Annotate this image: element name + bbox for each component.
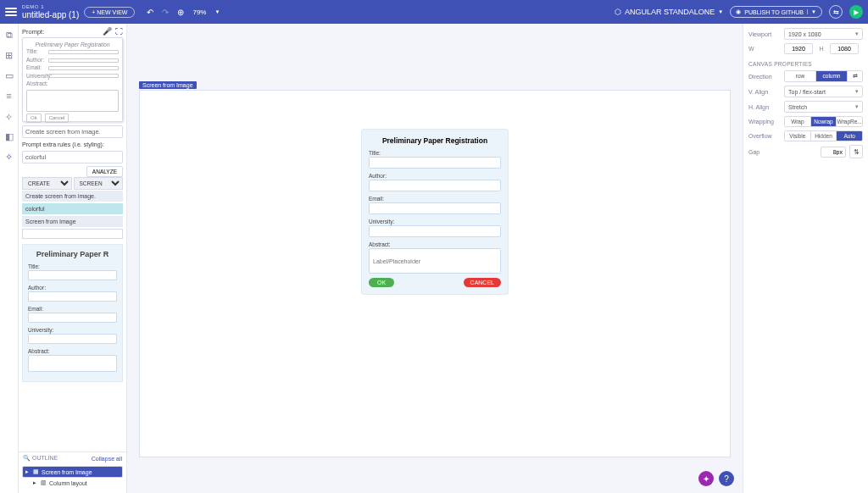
- email-input[interactable]: [369, 202, 501, 214]
- artboard-tag[interactable]: Screen from Image: [139, 81, 197, 89]
- ai-fab[interactable]: ✦: [698, 471, 714, 486]
- tree-node-child[interactable]: ▸▥Column layout: [31, 478, 123, 488]
- plugins-icon[interactable]: ◧: [3, 130, 15, 142]
- icon-rail: ⧉ ⊞ ▭ ≡ ⟡ ◧ ✧: [0, 24, 19, 493]
- properties-panel: Viewport 1920 x 1080▾ W H CANVAS PROPERT…: [743, 24, 868, 493]
- history-item[interactable]: Screen from Image: [22, 216, 123, 228]
- prompt-sketch[interactable]: Preliminary Paper Registration Title: Au…: [22, 37, 123, 122]
- w-input[interactable]: [784, 43, 813, 54]
- gap-input[interactable]: [821, 147, 846, 158]
- section-canvas-properties: CANVAS PROPERTIES: [748, 61, 863, 67]
- chevron-down-icon[interactable]: ▼: [214, 9, 220, 14]
- components-icon[interactable]: ⊞: [3, 49, 15, 61]
- h-label: H: [816, 46, 826, 52]
- mic-icon[interactable]: 🎤: [103, 27, 112, 36]
- ok-button[interactable]: OK: [369, 278, 394, 287]
- help-fab[interactable]: ?: [719, 471, 734, 486]
- ai-icon[interactable]: ✧: [3, 151, 15, 163]
- history-item[interactable]: colorful: [22, 203, 123, 215]
- angular-icon: ⬡: [615, 8, 621, 16]
- prompt-text[interactable]: Create screen from image.: [22, 125, 123, 138]
- undo-icon[interactable]: ↶: [147, 8, 153, 17]
- tree-node-root[interactable]: ▸▦Screen from Image: [22, 466, 123, 478]
- framework-select[interactable]: ⬡ ANGULAR STANDALONE ▼: [615, 8, 723, 16]
- share-icon[interactable]: ⇆: [829, 5, 843, 19]
- w-label: W: [748, 46, 781, 52]
- zoom-value[interactable]: 79%: [192, 8, 206, 16]
- outline-icon: 🔍: [23, 455, 31, 461]
- preview-input[interactable]: [28, 291, 117, 302]
- preview-input[interactable]: [28, 334, 117, 344]
- outline-label: OUTLINE: [32, 455, 58, 461]
- abstract-input[interactable]: Label/Placeholder: [369, 248, 501, 274]
- app-name[interactable]: untitled-app (1): [22, 10, 79, 19]
- author-input[interactable]: [369, 180, 501, 191]
- overflow-segment[interactable]: Visible Hidden Auto: [784, 130, 863, 141]
- zoom-icon[interactable]: ⊕: [177, 8, 184, 17]
- title-input[interactable]: [369, 157, 501, 169]
- viewport-select[interactable]: 1920 x 1080▾: [784, 28, 863, 40]
- new-view-button[interactable]: + NEW VIEW: [84, 7, 135, 18]
- play-button[interactable]: ▶: [849, 5, 863, 19]
- top-bar: DEMO 1 untitled-app (1) + NEW VIEW ↶ ↷ ⊕…: [0, 0, 868, 24]
- link-icon[interactable]: ⇅: [849, 145, 863, 158]
- halign-select[interactable]: Stretch▾: [784, 101, 863, 113]
- prompt-label: Prompt:: [22, 28, 44, 36]
- code-icon[interactable]: ⟡: [3, 110, 15, 122]
- history-item[interactable]: Create screen from image.: [22, 191, 123, 202]
- preview-card: Preliminary Paper R Title: Author: Email…: [22, 244, 123, 382]
- chevron-down-icon: ▼: [718, 9, 723, 14]
- form-card[interactable]: Preliminary Paper Registration Title: Au…: [361, 129, 509, 295]
- redo-icon[interactable]: ↷: [162, 8, 169, 17]
- cancel-button[interactable]: CANCEL: [464, 278, 501, 287]
- demo-label: DEMO 1: [22, 4, 79, 10]
- screen-select[interactable]: SCREEN: [74, 177, 124, 190]
- preview-input[interactable]: [28, 270, 117, 280]
- preview-input[interactable]: [28, 355, 117, 372]
- left-panel: Prompt: 🎤 ⛶ Preliminary Paper Registrati…: [19, 24, 127, 493]
- direction-segment[interactable]: row column ⇄: [784, 70, 863, 82]
- extra-rules-label: Prompt extra rules (i.e. styling):: [22, 141, 123, 147]
- analyze-button[interactable]: ANALYZE: [86, 166, 123, 177]
- data-icon[interactable]: ≡: [3, 90, 15, 102]
- collapse-all-link[interactable]: Collapse all: [92, 456, 122, 462]
- menu-icon[interactable]: [5, 8, 17, 16]
- swap-icon[interactable]: ⇄: [847, 71, 862, 81]
- publish-button[interactable]: ◉ PUBLISH TO GITHUB ▼: [730, 6, 822, 18]
- university-input[interactable]: [369, 225, 501, 237]
- canvas[interactable]: Screen from Image Preliminary Paper Regi…: [127, 24, 743, 493]
- viewport-label: Viewport: [748, 31, 781, 37]
- chevron-down-icon[interactable]: ▼: [807, 9, 816, 14]
- history-input[interactable]: [22, 229, 123, 239]
- preview-input[interactable]: [28, 313, 117, 323]
- valign-select[interactable]: Top / flex-start▾: [784, 86, 863, 97]
- layers-icon[interactable]: ▭: [3, 69, 15, 81]
- h-input[interactable]: [830, 43, 859, 54]
- extra-rules-input[interactable]: colorful: [22, 151, 123, 163]
- copy-icon[interactable]: ⧉: [3, 29, 15, 41]
- preview-title: Preliminary Paper R: [28, 250, 117, 258]
- scan-icon[interactable]: ⛶: [115, 27, 123, 36]
- form-title: Preliminary Paper Registration: [369, 136, 501, 145]
- wrap-segment[interactable]: Wrap Nowrap WrapRe...: [784, 116, 863, 127]
- create-select[interactable]: CREATE: [22, 177, 72, 190]
- github-icon: ◉: [736, 8, 741, 15]
